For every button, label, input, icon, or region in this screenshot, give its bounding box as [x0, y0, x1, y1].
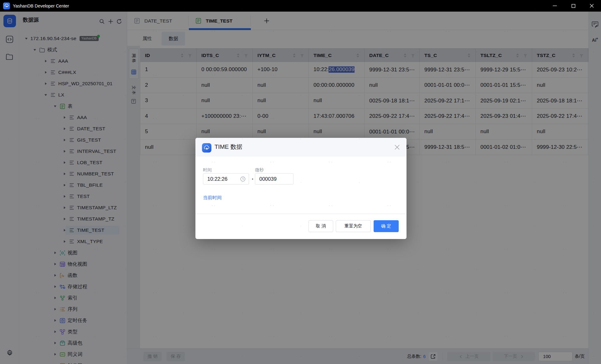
cancel-button[interactable]: 取 消: [308, 220, 333, 232]
microsecond-input[interactable]: 000039: [255, 173, 293, 185]
app-logo-icon: [3, 3, 10, 9]
app-title: YashanDB Developer Center: [13, 3, 69, 8]
ok-button[interactable]: 确 定: [374, 220, 399, 232]
title-bar: YashanDB Developer Center: [0, 0, 601, 12]
microsecond-field-label: 微秒: [255, 167, 264, 173]
dialog-logo-icon: [202, 143, 211, 153]
close-button[interactable]: [583, 0, 601, 12]
dialog-close-icon[interactable]: [394, 144, 400, 150]
time-field-label: 时间: [203, 167, 212, 173]
decimal-dot: ·: [250, 176, 255, 183]
clock-icon: [240, 176, 246, 182]
dialog-footer-divider: [195, 214, 407, 214]
current-time-link[interactable]: 当前时间: [203, 195, 222, 201]
app-window: YashanDB Developer Center 数据源 172.16.90.…: [0, 0, 601, 364]
dialog-header: TIME 数据: [195, 138, 407, 157]
minimize-button[interactable]: [546, 0, 564, 12]
time-input[interactable]: 10:22:26: [203, 173, 249, 185]
maximize-button[interactable]: [564, 0, 583, 12]
reset-empty-button[interactable]: 重置为空: [336, 220, 371, 232]
dialog-title: TIME 数据: [215, 143, 242, 151]
time-data-dialog: TIME 数据 时间 微秒 10:22:26 · 000039 当前时间 取 消…: [195, 138, 407, 239]
